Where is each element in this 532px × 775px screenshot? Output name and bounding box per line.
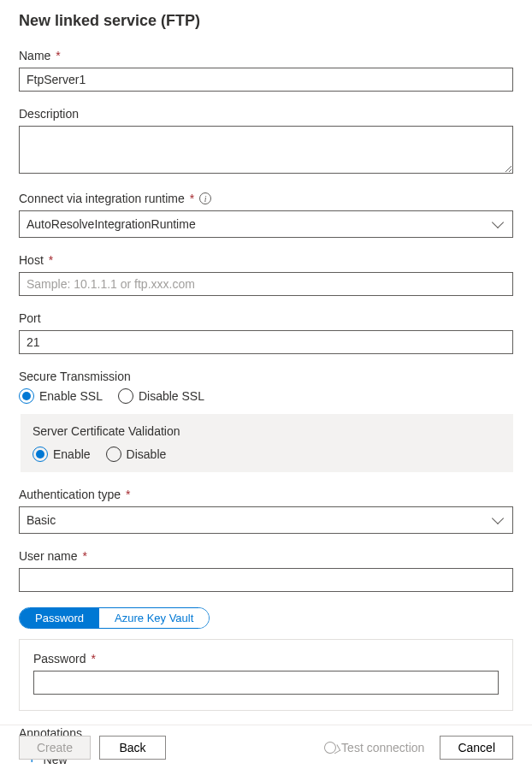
- username-input[interactable]: [19, 568, 513, 592]
- footer: Create Back Test connection Cancel: [0, 725, 532, 775]
- create-button: Create: [19, 736, 91, 760]
- description-label: Description: [19, 107, 513, 121]
- chevron-down-icon: [492, 216, 504, 228]
- cert-disable-radio[interactable]: Disable: [106, 447, 167, 462]
- secure-label: Secure Transmission: [19, 370, 513, 383]
- password-input[interactable]: [33, 671, 499, 695]
- auth-label: Authentication type*: [19, 488, 513, 501]
- port-label: Port: [19, 311, 513, 325]
- cert-label: Server Certificate Validation: [33, 424, 501, 438]
- host-input[interactable]: [19, 272, 513, 296]
- disable-ssl-radio[interactable]: Disable SSL: [118, 388, 204, 404]
- name-input[interactable]: [19, 68, 513, 92]
- back-button[interactable]: Back: [99, 736, 166, 760]
- password-label: Password*: [33, 652, 499, 666]
- runtime-select[interactable]: AutoResolveIntegrationRuntime: [19, 210, 513, 238]
- connection-icon: [322, 739, 339, 755]
- radio-icon: [106, 447, 121, 462]
- pill-azure-key-vault[interactable]: Azure Key Vault: [99, 608, 209, 628]
- name-label: Name*: [19, 49, 513, 62]
- username-label: User name*: [19, 549, 513, 563]
- info-icon[interactable]: i: [199, 192, 211, 204]
- cancel-button[interactable]: Cancel: [440, 736, 513, 760]
- port-input[interactable]: [19, 330, 513, 354]
- host-label: Host*: [19, 253, 513, 267]
- runtime-label: Connect via integration runtime* i: [19, 192, 513, 205]
- auth-select[interactable]: Basic: [19, 506, 513, 534]
- chevron-down-icon: [492, 512, 504, 524]
- cert-enable-radio[interactable]: Enable: [33, 447, 91, 462]
- pill-password[interactable]: Password: [20, 608, 99, 628]
- radio-icon: [33, 447, 48, 462]
- test-connection-button: Test connection: [317, 737, 431, 759]
- description-input[interactable]: [19, 126, 513, 174]
- radio-icon: [19, 388, 34, 404]
- password-source-toggle[interactable]: Password Azure Key Vault: [19, 607, 210, 629]
- enable-ssl-radio[interactable]: Enable SSL: [19, 388, 103, 404]
- radio-icon: [118, 388, 133, 404]
- page-title: New linked service (FTP): [19, 12, 513, 30]
